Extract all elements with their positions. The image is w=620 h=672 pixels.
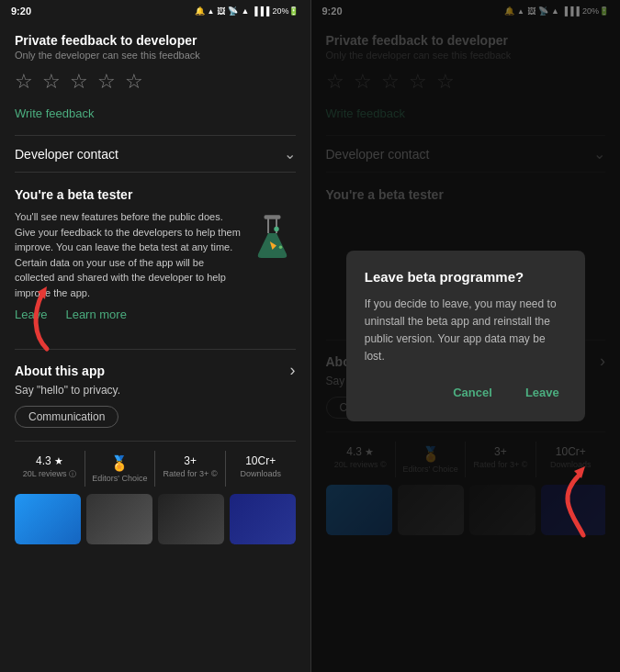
star-4[interactable]: ☆ bbox=[97, 70, 116, 94]
arrow-right-icon: › bbox=[290, 361, 296, 380]
svg-point-3 bbox=[274, 226, 278, 230]
content-left: Private feedback to developer Only the d… bbox=[0, 22, 310, 672]
private-feedback-title: Private feedback to developer bbox=[15, 33, 296, 48]
age-rating-stat: 3+ Rated for 3+ © bbox=[155, 451, 226, 487]
red-arrow-left bbox=[19, 285, 74, 358]
screenshot-2 bbox=[86, 494, 152, 544]
editors-choice-stat: 🏅 Editors' Choice bbox=[85, 451, 156, 487]
downloads-number: 10Cr+ bbox=[245, 454, 276, 467]
private-feedback-subtitle: Only the developer can see this feedback bbox=[15, 50, 296, 61]
dialog-title: Leave beta programme? bbox=[365, 269, 567, 285]
developer-contact-row[interactable]: Developer contact ⌄ bbox=[15, 135, 296, 173]
private-feedback-section: Private feedback to developer Only the d… bbox=[15, 33, 296, 120]
medal-icon-wrap: 🏅 bbox=[110, 454, 129, 472]
notification-icon: ▲ bbox=[208, 7, 215, 16]
downloads-label: Downloads bbox=[240, 469, 281, 478]
about-label: About this app bbox=[15, 364, 105, 378]
time-left: 9:20 bbox=[11, 6, 31, 17]
alarm-icon: 🔔 bbox=[195, 6, 205, 16]
star-3[interactable]: ☆ bbox=[70, 70, 88, 94]
medal-icon: 🏅 bbox=[110, 454, 129, 472]
stats-row: 4.3 ★ 20L reviews ⓘ 🏅 Editors' Choice 3+… bbox=[15, 441, 296, 487]
rating-star-icon: ★ bbox=[54, 455, 63, 467]
cancel-button[interactable]: Cancel bbox=[445, 382, 500, 403]
status-bar-left: 9:20 🔔 ▲ 🖼 📡 ▲ ▐▐▐ 20%🔋 bbox=[0, 0, 310, 22]
beta-title: You're a beta tester bbox=[15, 187, 296, 202]
status-icons-left: 🔔 ▲ 🖼 📡 ▲ ▐▐▐ 20%🔋 bbox=[195, 6, 299, 16]
cast-icon: 📡 bbox=[228, 6, 238, 16]
svg-point-5 bbox=[279, 245, 283, 249]
write-feedback-link[interactable]: Write feedback bbox=[15, 106, 296, 120]
communication-tag[interactable]: Communication bbox=[15, 406, 118, 428]
downloads-stat: 10Cr+ Downloads bbox=[226, 451, 296, 487]
wifi-icon: ▲ bbox=[241, 6, 249, 16]
screenshot-strip-left bbox=[15, 487, 296, 544]
dialog-actions: Cancel Leave bbox=[365, 382, 567, 403]
left-panel: 9:20 🔔 ▲ 🖼 📡 ▲ ▐▐▐ 20%🔋 Private feedback… bbox=[0, 0, 310, 672]
screenshot-4 bbox=[230, 494, 296, 544]
star-5[interactable]: ☆ bbox=[125, 70, 143, 94]
star-1[interactable]: ☆ bbox=[15, 70, 33, 94]
stars-row: ☆ ☆ ☆ ☆ ☆ bbox=[15, 70, 296, 94]
developer-contact-label: Developer contact bbox=[15, 147, 118, 162]
leave-beta-dialog: Leave beta programme? If you decide to l… bbox=[346, 251, 585, 422]
battery-icon: 20%🔋 bbox=[272, 6, 299, 16]
signal-bars-icon: ▐▐▐ bbox=[252, 6, 269, 16]
rating-label: 20L reviews ⓘ bbox=[23, 469, 76, 479]
chevron-down-icon: ⌄ bbox=[284, 145, 296, 162]
flask-icon bbox=[250, 209, 296, 264]
learn-more-link[interactable]: Learn more bbox=[65, 308, 126, 321]
age-label: Rated for 3+ © bbox=[163, 469, 218, 478]
dialog-overlay: Leave beta programme? If you decide to l… bbox=[311, 0, 621, 672]
right-panel: 9:20 🔔 ▲ 🖼 📡 ▲ ▐▐▐ 20%🔋 Private feedback… bbox=[310, 0, 621, 672]
screenshot-3 bbox=[158, 494, 224, 544]
photo-icon: 🖼 bbox=[217, 6, 225, 16]
dialog-body: If you decide to leave, you may need to … bbox=[365, 296, 567, 366]
age-number: 3+ bbox=[184, 454, 197, 467]
editors-choice-label: Editors' Choice bbox=[92, 474, 147, 483]
leave-button[interactable]: Leave bbox=[518, 382, 567, 403]
rating-top: 4.3 ★ bbox=[36, 454, 63, 467]
star-2[interactable]: ☆ bbox=[42, 70, 61, 94]
rating-stat: 4.3 ★ 20L reviews ⓘ bbox=[15, 451, 85, 487]
screenshot-1 bbox=[15, 494, 81, 544]
privacy-text: Say "hello" to privacy. bbox=[15, 384, 296, 397]
age-top: 3+ bbox=[184, 454, 197, 467]
downloads-top: 10Cr+ bbox=[245, 454, 276, 467]
rating-number: 4.3 bbox=[36, 454, 51, 467]
svg-rect-2 bbox=[265, 215, 281, 219]
